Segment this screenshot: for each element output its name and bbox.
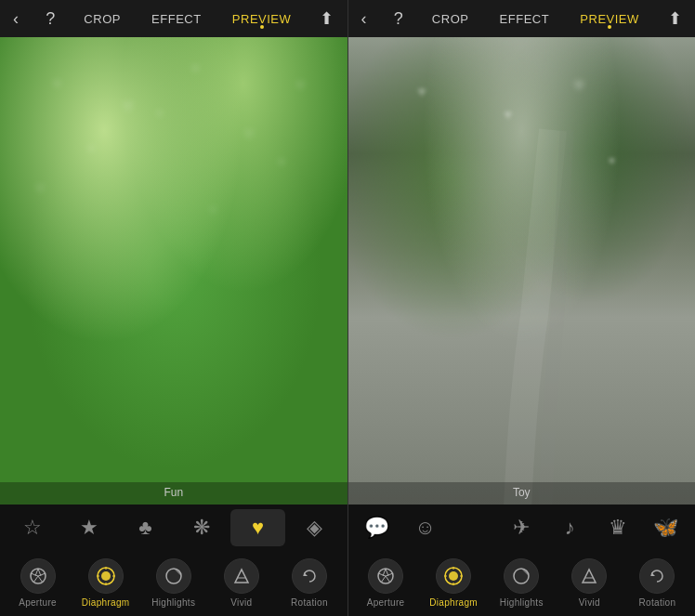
left-shape-star-solid[interactable]: ★ [62,509,117,546]
svg-line-4 [38,576,43,583]
left-diaphragm-icon [96,566,116,586]
left-diaphragm-label: Diaphragm [82,597,130,608]
right-preview-dot [608,25,611,29]
left-preview-dot [260,25,264,29]
left-rotation-icon [300,567,319,585]
right-photo-area: ♥ ♥ ♥ ♥ Toy [348,37,696,505]
left-bottom-controls: ☆ ★ ♣ ❋ ♥ ◈ [0,505,348,616]
right-top-nav: ‹ ? CROP EFFECT PREVIEW ⬆ [348,0,696,37]
right-smiley-icon: ☺ [414,516,435,540]
left-shape-row: ☆ ★ ♣ ❋ ♥ ◈ [0,505,348,551]
left-shape-flower[interactable]: ❋ [175,509,229,546]
left-flower-icon: ❋ [193,516,210,540]
left-heart-icon: ♥ [252,516,264,540]
svg-line-19 [386,573,393,576]
right-path-svg [348,37,696,505]
left-clover-icon: ♣ [138,516,151,540]
left-drop-icon: ◈ [307,516,322,540]
right-tool-row: Aperture Diaphragm [348,551,696,616]
left-panel: ‹ ? CROP EFFECT PREVIEW ⬆ ♥ ♥ ♥ ♥ ♥ ♥ ♥ … [0,0,348,616]
left-filter-label: Fun [0,482,348,505]
left-highlights-icon-wrap [156,558,191,594]
right-back-button[interactable]: ‹ [358,6,371,33]
right-diaphragm-icon [443,566,464,586]
left-tool-diaphragm[interactable]: Diaphragm [72,558,139,608]
left-tool-aperture[interactable]: Aperture [4,558,72,608]
left-shape-clover[interactable]: ♣ [118,509,173,546]
svg-marker-31 [651,572,655,576]
right-preview-tab-wrap: PREVIEW [574,10,644,27]
right-share-button[interactable]: ⬆ [664,5,686,33]
right-bokeh-overlay: ♥ ♥ ♥ ♥ [348,37,696,505]
svg-line-3 [38,573,46,576]
right-bubble-icon: 💬 [364,516,389,540]
left-vivid-icon-wrap [224,558,259,594]
right-tool-diaphragm[interactable]: Diaphragm [420,558,488,608]
left-tool-row: Aperture Diaphragm [0,551,348,616]
svg-point-7 [101,571,111,581]
left-vivid-label: Vivid [230,597,252,608]
left-vivid-icon [232,567,251,585]
svg-line-20 [386,576,390,583]
right-diaphragm-icon-wrap [436,558,471,594]
left-diaphragm-icon-wrap [88,558,124,594]
right-effect-tab[interactable]: EFFECT [494,8,556,30]
left-top-nav: ‹ ? CROP EFFECT PREVIEW ⬆ [0,0,348,37]
right-shape-apple[interactable] [450,509,496,546]
right-rotation-label: Rotation [639,597,676,608]
right-crop-tab[interactable]: CROP [426,8,475,30]
right-vivid-icon-wrap [571,558,607,594]
svg-line-6 [31,573,38,576]
right-diaphragm-label: Diaphragm [429,597,478,608]
left-help-button[interactable]: ? [42,6,59,33]
left-shape-drop[interactable]: ◈ [287,509,342,546]
left-star-outline-icon: ☆ [23,516,42,540]
left-effect-tab[interactable]: EFFECT [146,8,207,30]
svg-line-21 [381,576,386,583]
left-rotation-label: Rotation [291,597,328,608]
right-shape-bubble[interactable]: 💬 [354,509,400,546]
right-help-button[interactable]: ? [390,6,407,33]
right-bottom-controls: 💬 ☺ ✈ ♪ ♛ 🦋 [348,505,696,616]
right-shape-butterfly[interactable]: 🦋 [643,509,689,546]
right-filter-label: Toy [348,482,696,505]
right-aperture-icon-wrap [368,558,403,594]
right-tool-highlights[interactable]: Highlights [488,558,556,608]
right-rotation-icon-wrap [639,558,675,594]
right-tool-aperture[interactable]: Aperture [352,558,420,608]
right-shape-plane[interactable]: ✈ [498,509,544,546]
right-highlights-icon-wrap [504,558,539,594]
right-vivid-icon [580,567,598,585]
left-aperture-icon-wrap [20,558,56,594]
left-preview-tab-wrap: PREVIEW [227,10,296,27]
left-shape-heart[interactable]: ♥ [230,509,285,546]
left-crop-tab[interactable]: CROP [78,8,126,30]
left-tool-rotation[interactable]: Rotation [275,558,343,608]
right-shape-smiley[interactable]: ☺ [401,509,448,546]
right-vivid-label: Vivid [579,597,600,608]
left-rotation-icon-wrap [292,558,327,594]
right-butterfly-icon: 🦋 [653,516,678,540]
left-share-button[interactable]: ⬆ [316,5,337,33]
right-aperture-label: Aperture [367,597,405,608]
right-panel: ‹ ? CROP EFFECT PREVIEW ⬆ ♥ ♥ ♥ ♥ Toy [348,0,696,616]
right-rotation-icon [648,567,666,585]
left-highlights-label: Highlights [151,597,195,608]
right-highlights-label: Highlights [500,597,544,608]
right-tool-vivid[interactable]: Vivid [556,558,623,608]
svg-line-5 [33,576,38,583]
left-back-button[interactable]: ‹ [9,6,22,33]
right-tool-rotation[interactable]: Rotation [623,558,691,608]
right-aperture-icon [376,567,395,585]
left-tool-highlights[interactable]: Highlights [139,558,207,608]
right-shape-note[interactable]: ♪ [546,509,593,546]
left-tool-vivid[interactable]: Vivid [207,558,275,608]
right-crown-icon: ♛ [609,516,627,540]
left-aperture-icon [29,567,47,585]
svg-point-23 [449,571,458,581]
right-shape-row: 💬 ☺ ✈ ♪ ♛ 🦋 [348,505,696,551]
right-shape-crown[interactable]: ♛ [595,509,641,546]
left-shape-star-outline[interactable]: ☆ [6,509,60,546]
left-bokeh-overlay: ♥ ♥ ♥ ♥ ♥ ♥ ♥ ♥ ♥ ♥ [0,37,348,505]
right-plane-icon: ✈ [513,516,530,540]
